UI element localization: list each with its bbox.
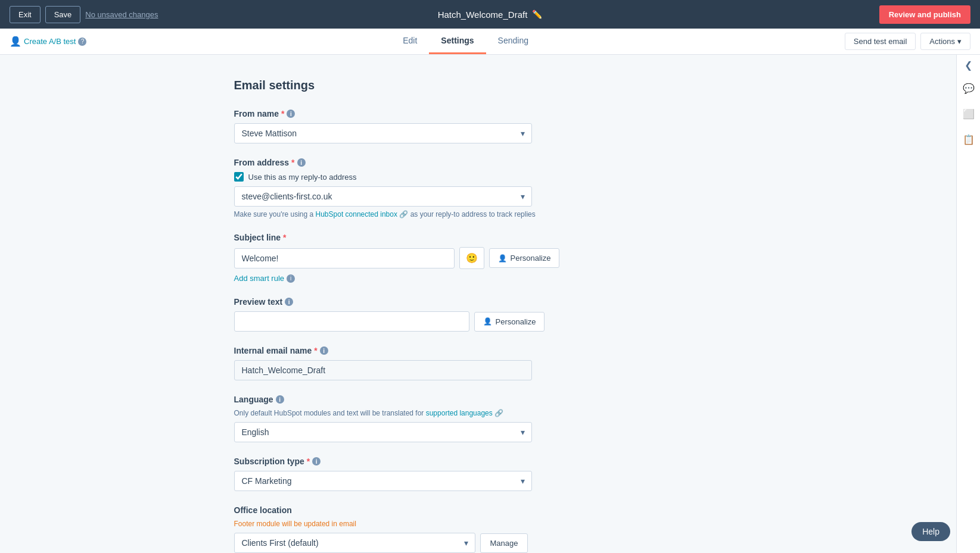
add-smart-rule[interactable]: Add smart rule i — [234, 274, 746, 283]
subscription-type-info-icon[interactable]: i — [312, 457, 321, 465]
preview-personalize-button[interactable]: 👤 Personalize — [474, 312, 545, 332]
preview-text-row: 👤 Personalize — [234, 311, 746, 332]
language-label: Language i — [234, 395, 746, 404]
from-name-section: From name * i Steve Mattison — [234, 109, 746, 143]
language-hint: Only default HubSpot modules and text wi… — [234, 409, 746, 417]
right-sidebar: ❮ 💬 ⬜ 📋 — [956, 55, 980, 553]
send-test-email-button[interactable]: Send test email — [845, 33, 916, 50]
reply-to-checkbox-row: Use this as my reply-to address — [234, 172, 746, 182]
required-star: * — [281, 109, 284, 118]
from-address-section: From address * i Use this as my reply-to… — [234, 158, 746, 218]
top-nav-right: Review and publish — [879, 5, 970, 24]
smart-rule-info-icon[interactable]: i — [287, 274, 295, 283]
office-location-label: Office location — [234, 505, 746, 515]
from-address-select[interactable]: steve@clients-first.co.uk — [234, 186, 532, 207]
subscription-type-label: Subscription type * i — [234, 457, 746, 466]
top-navigation: Exit Save No unsaved changes Hatch_Welco… — [0, 0, 980, 29]
emoji-button[interactable]: 🙂 — [459, 247, 484, 269]
reply-to-label: Use this as my reply-to address — [248, 173, 357, 182]
subscription-type-select[interactable]: CF Marketing — [234, 471, 532, 491]
no-unsaved-changes: No unsaved changes — [85, 10, 158, 19]
subject-line-section: Subject line * 🙂 👤 Personalize Add smart… — [234, 233, 746, 283]
document-title-area: Hatch_Welcome_Draft ✏️ — [438, 10, 543, 20]
exit-button[interactable]: Exit — [10, 6, 41, 23]
required-star-subject: * — [283, 233, 286, 242]
language-section: Language i Only default HubSpot modules … — [234, 395, 746, 442]
office-location-row: Clients First (default) Manage — [234, 533, 746, 553]
internal-name-label: Internal email name * i — [234, 346, 746, 355]
subject-personalize-button[interactable]: 👤 Personalize — [489, 248, 560, 268]
actions-button[interactable]: Actions ▾ — [920, 33, 970, 50]
preview-personalize-icon: 👤 — [483, 317, 492, 326]
preview-text-label: Preview text i — [234, 297, 746, 307]
main-content: Email settings From name * i Steve Matti… — [222, 55, 758, 553]
second-nav-right: Send test email Actions ▾ — [845, 33, 970, 50]
manage-button[interactable]: Manage — [480, 533, 528, 553]
from-address-info-icon[interactable]: i — [297, 158, 306, 167]
comment-icon[interactable]: 💬 — [960, 80, 977, 96]
preview-text-input[interactable] — [234, 311, 469, 332]
second-navigation: 👤 Create A/B test ? Edit Settings Sendin… — [0, 29, 980, 55]
main-tabs: Edit Settings Sending — [391, 29, 540, 54]
ab-test-icon: 👤 — [10, 36, 21, 47]
from-address-hint: Make sure you're using a HubSpot connect… — [234, 210, 746, 218]
hubspot-inbox-link[interactable]: HubSpot connected inbox — [316, 210, 397, 218]
subject-line-row: 🙂 👤 Personalize — [234, 247, 746, 269]
language-info-icon[interactable]: i — [276, 395, 284, 404]
create-ab-test[interactable]: 👤 Create A/B test ? — [10, 36, 86, 47]
from-name-label: From name * i — [234, 109, 746, 118]
create-ab-info-icon[interactable]: ? — [78, 38, 86, 46]
collapse-sidebar-icon[interactable]: ❮ — [965, 60, 972, 71]
office-location-select[interactable]: Clients First (default) — [234, 533, 475, 553]
help-button[interactable]: Help — [911, 522, 950, 541]
from-name-select[interactable]: Steve Mattison — [234, 123, 532, 143]
office-location-section: Office location Footer module will be up… — [234, 505, 746, 553]
preview-text-section: Preview text i 👤 Personalize — [234, 297, 746, 332]
language-select[interactable]: English — [234, 422, 532, 442]
from-address-select-wrapper: steve@clients-first.co.uk — [234, 186, 532, 207]
tab-sending[interactable]: Sending — [486, 29, 540, 54]
create-ab-label: Create A/B test — [24, 37, 76, 46]
from-name-select-wrapper: Steve Mattison — [234, 123, 532, 143]
internal-name-info-icon[interactable]: i — [320, 346, 328, 355]
from-name-info-icon[interactable]: i — [287, 110, 295, 118]
browser-icon[interactable]: ⬜ — [960, 106, 977, 122]
internal-email-name-section: Internal email name * i — [234, 346, 746, 380]
review-publish-button[interactable]: Review and publish — [879, 5, 970, 24]
preview-text-info-icon[interactable]: i — [285, 298, 293, 306]
personalize-icon: 👤 — [498, 254, 507, 263]
reply-to-checkbox[interactable] — [234, 172, 244, 182]
office-location-select-wrapper: Clients First (default) — [234, 533, 475, 553]
subject-line-label: Subject line * — [234, 233, 746, 242]
subscription-type-section: Subscription type * i CF Marketing — [234, 457, 746, 491]
actions-label: Actions — [929, 37, 955, 46]
required-star-address: * — [291, 158, 294, 167]
language-select-wrapper: English — [234, 422, 532, 442]
from-address-label: From address * i — [234, 158, 746, 167]
actions-chevron-icon: ▾ — [957, 37, 962, 46]
document-title: Hatch_Welcome_Draft — [438, 10, 528, 20]
required-star-subscription: * — [307, 457, 310, 466]
top-nav-left: Exit Save No unsaved changes — [10, 6, 158, 23]
tab-settings[interactable]: Settings — [429, 29, 486, 54]
save-button[interactable]: Save — [45, 6, 81, 23]
supported-languages-link[interactable]: supported languages — [426, 409, 493, 417]
page-icon[interactable]: 📋 — [960, 132, 977, 148]
office-location-hint: Footer module will be updated in email — [234, 520, 746, 528]
internal-name-input[interactable] — [234, 360, 532, 380]
tab-edit[interactable]: Edit — [391, 29, 429, 54]
subscription-type-select-wrapper: CF Marketing — [234, 471, 532, 491]
subject-line-input[interactable] — [234, 248, 455, 268]
required-star-internal: * — [314, 346, 317, 355]
edit-title-icon[interactable]: ✏️ — [532, 10, 542, 19]
page-title: Email settings — [234, 79, 746, 92]
